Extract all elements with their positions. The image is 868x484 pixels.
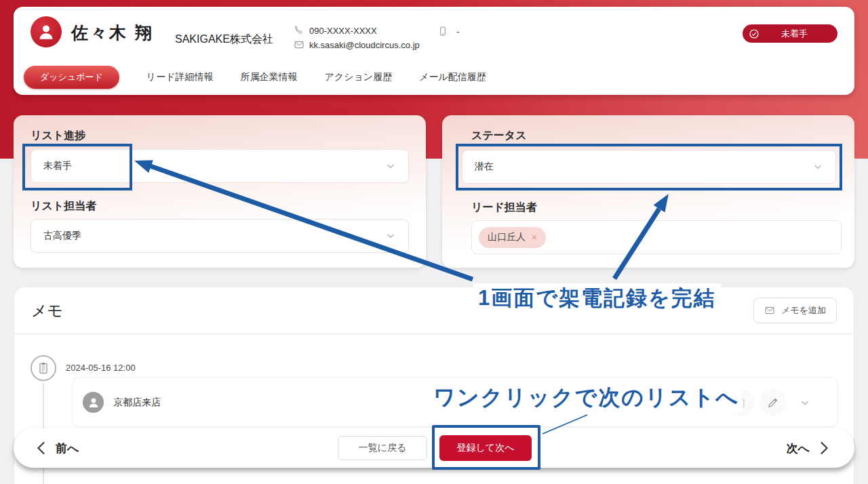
phone-row: 090-XXXX-XXXX — [294, 25, 420, 36]
memo-header: メモ メモを追加 — [14, 287, 854, 334]
phone-value: 090-XXXX-XXXX — [309, 26, 377, 36]
memo-timestamp: 2024-05-16 12:00 — [66, 363, 136, 373]
clipboard-icon — [31, 355, 56, 381]
memo-title: メモ — [31, 300, 63, 321]
person-icon — [36, 22, 56, 42]
chevron-left-icon — [37, 441, 45, 455]
tab-mail-history[interactable]: メール配信履歴 — [419, 71, 486, 83]
mobile-row: - — [437, 26, 459, 37]
prev-button[interactable]: 前へ — [37, 428, 79, 468]
add-memo-button[interactable]: メモを追加 — [753, 298, 837, 323]
status-badge-label: 未着手 — [760, 28, 829, 40]
lead-owner-input[interactable]: 山口丘人 × — [471, 220, 842, 254]
list-progress-value: 未着手 — [43, 160, 72, 172]
pencil-icon[interactable] — [760, 389, 787, 416]
list-panel-card: リスト進捗 未着手 リスト担当者 古高優季 — [14, 115, 426, 268]
add-memo-label: メモを追加 — [781, 304, 826, 317]
list-progress-label: リスト進捗 — [31, 129, 85, 143]
mobile-value: - — [456, 26, 459, 37]
envelope-icon — [294, 39, 304, 50]
email-value: kk.sasaki@cloudcircus.co.jp — [309, 40, 420, 50]
lead-name: 佐々木 翔 — [71, 22, 154, 44]
lead-owner-tag-label: 山口丘人 — [488, 231, 526, 243]
lead-owner-tag: 山口丘人 × — [479, 227, 546, 248]
tab-company-info[interactable]: 所属企業情報 — [240, 71, 297, 83]
status-label: ステータス — [471, 129, 527, 143]
tab-lead-detail[interactable]: リード詳細情報 — [146, 71, 214, 83]
tab-action-history[interactable]: アクション履歴 — [324, 71, 392, 83]
close-icon[interactable]: × — [532, 232, 537, 243]
email-row: kk.sasaki@cloudcircus.co.jp — [294, 39, 420, 50]
lead-owner-label: リード担当者 — [471, 201, 537, 215]
status-panel-card: ステータス 潜在 リード担当者 山口丘人 × — [442, 115, 854, 268]
person-icon — [83, 392, 104, 413]
list-owner-label: リスト担当者 — [31, 199, 96, 214]
check-circle-icon — [749, 28, 760, 39]
chevron-right-icon — [820, 441, 829, 455]
pagination-bar: 前へ 一覧に戻る 登録して次へ 次へ — [14, 428, 854, 468]
list-owner-value: 古高優季 — [43, 230, 81, 242]
next-label: 次へ — [787, 441, 810, 456]
lead-header-card: 佐々木 翔 SAKIGAKE株式会社 090-XXXX-XXXX kk.sasa… — [14, 7, 854, 95]
mobile-icon — [437, 26, 448, 37]
prev-label: 前へ — [56, 441, 79, 456]
register-next-button[interactable]: 登録して次へ — [439, 435, 532, 461]
phone-icon — [294, 25, 304, 36]
trash-icon[interactable] — [728, 389, 755, 416]
envelope-icon — [764, 305, 775, 316]
memo-entry-text: 京都店来店 — [113, 397, 161, 409]
next-button[interactable]: 次へ — [787, 428, 829, 468]
status-select[interactable]: 潜在 — [462, 150, 836, 184]
tab-bar: ダッシュボード リード詳細情報 所属企業情報 アクション履歴 メール配信履歴 — [24, 66, 486, 89]
memo-entry-card: 京都店来店 — [72, 377, 838, 427]
chevron-down-icon — [812, 161, 823, 172]
memo-entry-actions — [728, 389, 818, 416]
tab-dashboard[interactable]: ダッシュボード — [24, 66, 119, 89]
list-progress-select[interactable]: 未着手 — [31, 149, 409, 183]
avatar — [31, 16, 62, 47]
lead-company: SAKIGAKE株式会社 — [175, 33, 273, 47]
lead-detail-page: 佐々木 翔 SAKIGAKE株式会社 090-XXXX-XXXX kk.sasa… — [0, 0, 868, 484]
status-badge[interactable]: 未着手 — [743, 24, 837, 43]
contact-block: 090-XXXX-XXXX kk.sasaki@cloudcircus.co.j… — [294, 25, 420, 50]
back-to-list-button[interactable]: 一覧に戻る — [338, 436, 427, 460]
chevron-down-icon[interactable] — [791, 389, 818, 416]
list-owner-select[interactable]: 古高優季 — [31, 219, 409, 253]
status-value: 潜在 — [475, 161, 494, 173]
chevron-down-icon — [385, 230, 396, 241]
chevron-down-icon — [385, 161, 396, 172]
